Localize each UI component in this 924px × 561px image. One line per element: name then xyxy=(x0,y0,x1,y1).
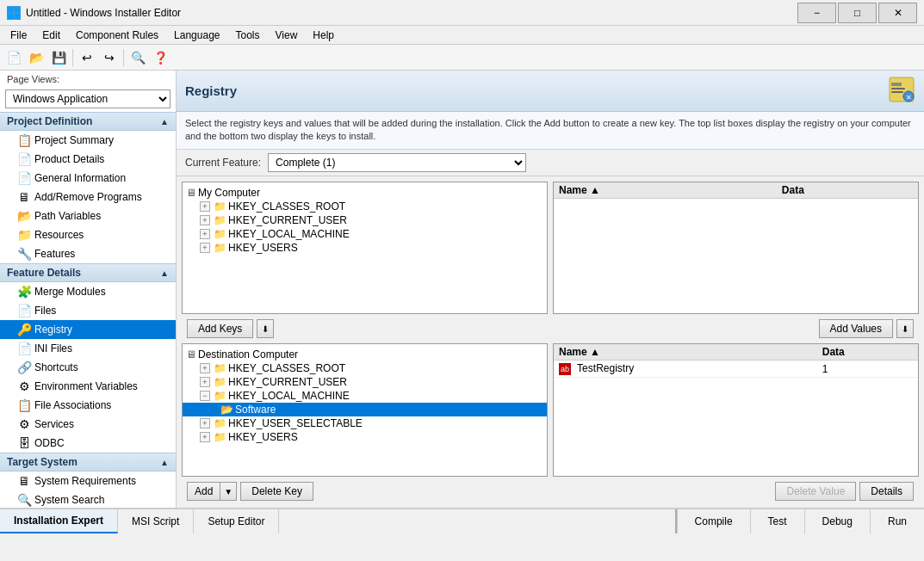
tree-item-hkcr[interactable]: + 📁 HKEY_CLASSES_ROOT xyxy=(183,200,547,213)
svg-rect-5 xyxy=(891,83,902,86)
tree-item-dest-software[interactable]: 📂 Software xyxy=(183,403,547,416)
tree-item-dest-hkus[interactable]: + 📁 HKEY_USER_SELECTABLE xyxy=(183,416,547,430)
tab-msi-script[interactable]: MSI Script xyxy=(118,509,194,533)
toolbar-save[interactable]: 💾 xyxy=(48,47,69,68)
tree-item-my-computer[interactable]: 🖥 My Computer xyxy=(183,186,547,200)
add-button[interactable]: Add xyxy=(187,482,220,501)
menu-help[interactable]: Help xyxy=(306,28,341,43)
nav-system-requirements-label: System Requirements xyxy=(34,475,136,487)
debug-button[interactable]: Debug xyxy=(804,509,870,533)
nav-registry-label: Registry xyxy=(34,324,72,336)
nav-system-requirements[interactable]: 🖥 System Requirements xyxy=(0,472,176,490)
toolbar-undo[interactable]: ↩ xyxy=(77,47,97,68)
add-dropdown-arrow[interactable]: ▼ xyxy=(220,482,237,501)
close-button[interactable]: ✕ xyxy=(878,3,917,23)
toolbar-open[interactable]: 📂 xyxy=(26,47,47,68)
page-views-dropdown[interactable]: Windows Application xyxy=(5,89,171,108)
env-variables-icon: ⚙ xyxy=(17,379,31,393)
registry-panels: 🖥 My Computer + 📁 HKEY_CLASSES_ROOT + 📁 … xyxy=(177,176,924,508)
nav-product-details[interactable]: 📄 Product Details xyxy=(0,150,176,169)
nav-add-remove-programs[interactable]: 🖥 Add/Remove Programs xyxy=(0,188,176,207)
toolbar-sep-2 xyxy=(123,49,124,66)
toolbar-help[interactable]: ❓ xyxy=(150,47,171,68)
expand-dest-hkcu[interactable]: + xyxy=(200,377,210,387)
tab-installation-expert[interactable]: Installation Expert xyxy=(0,509,118,533)
toolbar-new[interactable]: 📄 xyxy=(3,47,24,68)
section-feature-details-label: Feature Details xyxy=(7,267,81,279)
expand-dest-hklm[interactable]: − xyxy=(200,391,210,401)
tree-item-hklm[interactable]: + 📁 HKEY_LOCAL_MACHINE xyxy=(183,227,547,241)
add-keys-arrow[interactable]: ⬇ xyxy=(257,319,274,338)
nav-ini-files[interactable]: 📄 INI Files xyxy=(0,339,176,358)
tree-item-hku[interactable]: + 📁 HKEY_USERS xyxy=(183,241,547,255)
nav-services-label: Services xyxy=(34,418,74,430)
menu-edit[interactable]: Edit xyxy=(35,28,67,43)
tree-item-dest-computer[interactable]: 🖥 Destination Computer xyxy=(183,348,547,361)
svg-rect-7 xyxy=(891,91,903,93)
details-button[interactable]: Details xyxy=(859,482,914,501)
folder-hkcu: 📁 xyxy=(214,214,226,226)
nav-file-associations[interactable]: 📋 File Associations xyxy=(0,396,176,415)
expand-dest-hkus[interactable]: + xyxy=(200,418,210,428)
add-keys-button[interactable]: Add Keys xyxy=(187,319,253,338)
folder-hku: 📁 xyxy=(214,242,226,254)
section-project-definition[interactable]: Project Definition ▲ xyxy=(0,112,176,131)
sidebar: Page Views: Windows Application Project … xyxy=(0,71,177,508)
content-title: Registry xyxy=(185,83,237,98)
nav-shortcuts[interactable]: 🔗 Shortcuts xyxy=(0,358,176,377)
test-button[interactable]: Test xyxy=(750,509,804,533)
nav-path-variables[interactable]: 📂 Path Variables xyxy=(0,207,176,225)
add-values-arrow[interactable]: ⬇ xyxy=(896,319,914,338)
delete-key-button[interactable]: Delete Key xyxy=(240,482,313,501)
nav-registry[interactable]: 🔑 Registry xyxy=(0,320,176,339)
section-target-system[interactable]: Target System ▲ xyxy=(0,453,176,472)
section-feature-details-chevron: ▲ xyxy=(160,268,169,278)
minimize-button[interactable]: − xyxy=(797,3,836,23)
tab-installation-expert-label: Installation Expert xyxy=(14,515,103,527)
run-button[interactable]: Run xyxy=(870,509,924,533)
nav-files[interactable]: 📄 Files xyxy=(0,301,176,320)
menu-component-rules[interactable]: Component Rules xyxy=(69,28,165,43)
nav-merge-modules[interactable]: 🧩 Merge Modules xyxy=(0,282,176,301)
expand-dest-hkcr[interactable]: + xyxy=(200,363,210,373)
expand-hkcu[interactable]: + xyxy=(200,215,210,225)
nav-system-search[interactable]: 🔍 System Search xyxy=(0,490,176,508)
menu-tools[interactable]: Tools xyxy=(228,28,266,43)
system-req-icon: 🖥 xyxy=(17,474,31,488)
menu-file[interactable]: File xyxy=(3,28,34,43)
tab-setup-editor[interactable]: Setup Editor xyxy=(194,509,279,533)
expand-hkcr[interactable]: + xyxy=(200,201,210,212)
tree-item-dest-hkcu[interactable]: + 📁 HKEY_CURRENT_USER xyxy=(183,375,547,389)
bottom-value-body: ab TestRegistry 1 xyxy=(554,361,918,378)
tree-item-hkcu[interactable]: + 📁 HKEY_CURRENT_USER xyxy=(183,213,547,227)
svg-rect-2 xyxy=(8,14,13,19)
top-value-panel: Name ▲ Data xyxy=(553,182,919,315)
project-summary-icon: 📋 xyxy=(17,133,31,147)
section-feature-details[interactable]: Feature Details ▲ xyxy=(0,263,176,282)
nav-project-summary[interactable]: 📋 Project Summary xyxy=(0,131,176,150)
menu-language[interactable]: Language xyxy=(167,28,226,43)
toolbar-redo[interactable]: ↪ xyxy=(99,47,120,68)
table-row[interactable]: ab TestRegistry 1 xyxy=(554,361,918,378)
expand-hku[interactable]: + xyxy=(200,243,210,253)
tree-item-dest-hkcr[interactable]: + 📁 HKEY_CLASSES_ROOT xyxy=(183,361,547,375)
menu-view[interactable]: View xyxy=(269,28,305,43)
nav-odbc[interactable]: 🗄 ODBC xyxy=(0,434,176,453)
compile-button[interactable]: Compile xyxy=(677,509,750,533)
maximize-button[interactable]: □ xyxy=(838,3,877,23)
nav-environment-variables[interactable]: ⚙ Environment Variables xyxy=(0,377,176,396)
nav-general-information[interactable]: 📄 General Information xyxy=(0,169,176,188)
tree-item-dest-hku[interactable]: + 📁 HKEY_USERS xyxy=(183,430,547,444)
tree-item-dest-hklm[interactable]: − 📁 HKEY_LOCAL_MACHINE xyxy=(183,389,547,403)
folder-dest-hkcu: 📁 xyxy=(214,376,226,388)
feature-select[interactable]: Complete (1) xyxy=(268,153,526,172)
nav-resources[interactable]: 📁 Resources xyxy=(0,225,176,244)
expand-hklm[interactable]: + xyxy=(200,229,210,239)
add-values-button[interactable]: Add Values xyxy=(819,319,894,338)
content-description: Select the registry keys and values that… xyxy=(177,112,924,150)
nav-services[interactable]: ⚙ Services xyxy=(0,415,176,434)
expand-dest-hku[interactable]: + xyxy=(200,432,210,442)
toolbar-view[interactable]: 🔍 xyxy=(127,47,148,68)
nav-features[interactable]: 🔧 Features xyxy=(0,244,176,263)
delete-value-button[interactable]: Delete Value xyxy=(775,482,856,501)
